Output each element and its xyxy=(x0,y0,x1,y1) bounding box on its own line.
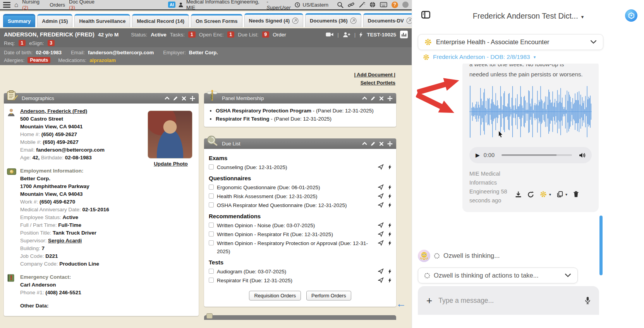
move-icon[interactable] xyxy=(190,96,195,101)
avatar[interactable] xyxy=(402,2,409,8)
tab-admin[interactable]: Admin (15) xyxy=(37,14,72,27)
timezone-label[interactable]: US/Eastern xyxy=(303,2,328,8)
send-plane-icon[interactable] xyxy=(378,231,384,237)
req-badge[interactable]: 1 xyxy=(19,40,26,46)
tab-needs-signed[interactable]: Needs Signed (4) xyxy=(244,13,303,27)
play-button[interactable]: ▶ xyxy=(476,152,480,158)
nav-nursing[interactable]: Nursing (2) xyxy=(22,0,46,10)
due-item-checkbox[interactable] xyxy=(209,231,214,237)
seek-slider[interactable] xyxy=(501,154,572,156)
nav-orders[interactable]: Orders xyxy=(50,2,65,8)
perform-orders-button[interactable]: Perform Orders xyxy=(306,291,351,300)
nav-doc-queue[interactable]: Doc Queue (3) xyxy=(69,0,100,10)
move-icon[interactable] xyxy=(387,96,393,101)
microphone-icon[interactable] xyxy=(585,297,591,304)
add-document-link[interactable]: | Add Document | xyxy=(354,71,395,79)
bolt-icon[interactable] xyxy=(388,185,392,190)
bolt-icon[interactable] xyxy=(388,231,392,237)
due-item-checkbox[interactable] xyxy=(209,269,214,274)
chat-scroll-region[interactable]: a week for one week. No follow-up is nee… xyxy=(412,64,644,250)
medication-value[interactable]: alprazolam xyxy=(89,57,116,63)
due-item-checkbox[interactable] xyxy=(209,193,214,199)
close-icon[interactable] xyxy=(379,96,384,101)
collapse-icon[interactable] xyxy=(362,141,367,146)
bolt-icon[interactable] xyxy=(388,240,392,246)
collapse-icon[interactable] xyxy=(362,96,367,101)
bolt-icon[interactable] xyxy=(388,278,392,283)
ozwell-logo[interactable] xyxy=(625,9,637,22)
send-plane-icon[interactable] xyxy=(378,277,384,283)
send-plane-icon[interactable] xyxy=(378,164,384,170)
add-person-icon[interactable] xyxy=(343,32,350,38)
update-photo-link[interactable]: Update Photo xyxy=(154,161,188,167)
volume-icon[interactable] xyxy=(579,152,586,158)
order-link[interactable]: Order xyxy=(273,32,286,38)
bolt-icon[interactable] xyxy=(388,202,392,208)
conversation-title[interactable]: Frederick Anderson Test Dict...▾ xyxy=(443,12,613,21)
due-item-checkbox[interactable] xyxy=(209,223,214,228)
keyboard-icon[interactable] xyxy=(380,2,387,7)
globe-icon[interactable] xyxy=(369,2,376,8)
message-input[interactable] xyxy=(438,297,579,305)
patient-name[interactable]: ANDERSON, FREDERICK (FRED) xyxy=(4,31,94,38)
supervisor-link[interactable]: Sergio Acardi xyxy=(48,238,82,243)
due-item-checkbox[interactable] xyxy=(209,185,214,190)
tab-medical-record[interactable]: Medical Record (14) xyxy=(132,14,189,27)
download-icon[interactable] xyxy=(515,191,522,198)
due-item-checkbox[interactable] xyxy=(209,164,214,169)
send-plane-icon[interactable] xyxy=(378,202,384,208)
bolt-icon[interactable] xyxy=(388,269,392,274)
attach-plus-button[interactable]: + xyxy=(426,295,432,306)
collapse-icon[interactable] xyxy=(165,96,170,101)
open-enc-badge[interactable]: 1 xyxy=(227,31,235,38)
chat-scrollbar[interactable] xyxy=(599,216,603,275)
home-icon[interactable]: ⌂ xyxy=(14,2,18,8)
video-visit-icon[interactable] xyxy=(326,32,333,37)
due-item-checkbox[interactable] xyxy=(209,202,214,207)
due-item-checkbox[interactable] xyxy=(209,278,214,283)
edit-icon[interactable] xyxy=(371,96,376,101)
wand-icon[interactable] xyxy=(359,2,365,8)
caret-down-icon[interactable]: ▾ xyxy=(565,192,567,197)
org-name[interactable]: Medical Informatics Engineering, MIE xyxy=(186,0,264,10)
close-icon[interactable] xyxy=(182,96,186,101)
chart-id[interactable]: TEST-10025 xyxy=(367,32,396,38)
sidebar-toggle-icon[interactable] xyxy=(421,11,430,19)
tab-on-screen-forms[interactable]: On Screen Forms xyxy=(191,14,242,27)
select-portlets-link[interactable]: Select Portlets xyxy=(354,79,395,87)
actions-expander[interactable]: Ozwell is thinking of actions to take... xyxy=(418,268,578,283)
tab-documents-dv[interactable]: Documents-DV xyxy=(363,13,417,27)
requisition-orders-button[interactable]: Requisition Orders xyxy=(249,291,301,300)
send-plane-icon[interactable] xyxy=(378,184,384,190)
due-item-checkbox[interactable] xyxy=(209,240,214,245)
search-icon[interactable] xyxy=(337,2,343,8)
open-in-new-icon[interactable] xyxy=(350,17,357,24)
gear-flower-icon[interactable] xyxy=(540,191,547,198)
esign-badge[interactable]: 3 xyxy=(48,40,55,46)
open-in-new-icon[interactable] xyxy=(292,17,299,24)
edit-icon[interactable] xyxy=(371,141,376,146)
tasks-badge[interactable]: 1 xyxy=(188,31,196,38)
send-plane-icon[interactable] xyxy=(378,193,384,199)
copy-icon[interactable] xyxy=(557,191,563,197)
edit-icon[interactable] xyxy=(173,96,178,101)
send-plane-icon[interactable] xyxy=(378,240,384,246)
encounter-selector[interactable]: Enterprise Health - Associate Encounter xyxy=(418,34,603,50)
hamburger-menu-icon[interactable] xyxy=(3,2,10,8)
help-icon[interactable]: ? xyxy=(392,2,398,8)
tab-documents[interactable]: Documents (36) xyxy=(305,13,361,27)
tab-summary[interactable]: Summary xyxy=(3,14,35,27)
send-plane-icon[interactable] xyxy=(378,222,384,228)
link-icon[interactable] xyxy=(348,2,354,8)
ai-badge[interactable]: AI xyxy=(168,2,175,8)
bolt-icon[interactable] xyxy=(388,164,392,170)
chart-stats-button[interactable] xyxy=(400,31,408,38)
close-icon[interactable] xyxy=(379,142,384,146)
bolt-icon[interactable] xyxy=(388,223,392,228)
move-icon[interactable] xyxy=(387,141,393,147)
audio-waveform[interactable] xyxy=(469,85,592,138)
bolt-icon[interactable] xyxy=(359,32,363,38)
trash-icon[interactable] xyxy=(573,191,579,197)
tab-health-surveillance[interactable]: Health Surveillance xyxy=(74,14,130,27)
collapse-chat-arrow[interactable]: ← xyxy=(396,298,406,310)
